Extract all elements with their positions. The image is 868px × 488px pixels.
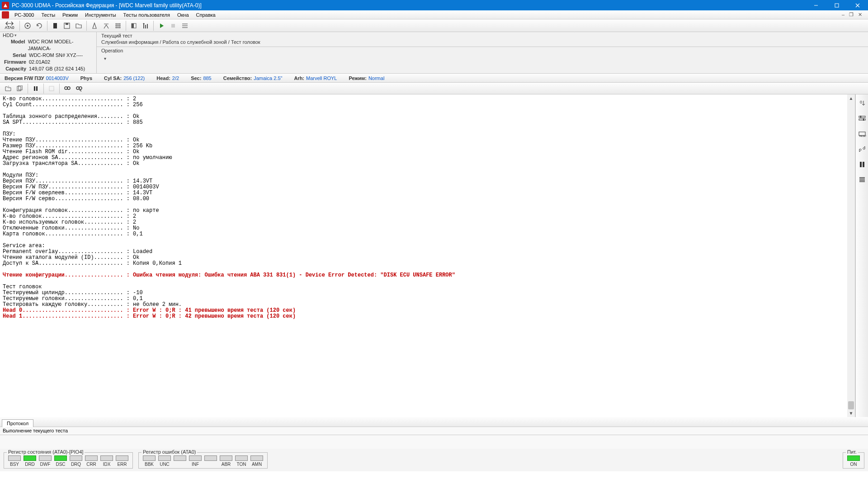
side-reset-icon[interactable]: 0 <box>857 98 867 108</box>
scrollbar[interactable]: ▲ ▼ <box>847 94 855 417</box>
close-button[interactable] <box>847 0 868 10</box>
power-register-group: Пит. ON <box>843 452 864 469</box>
mode-value: Normal <box>368 75 384 81</box>
register-AMN: AMN <box>249 455 264 467</box>
ata-label: ATA0 <box>5 26 14 30</box>
led-icon <box>204 455 217 461</box>
register-label: ERR <box>114 462 130 467</box>
register-label: BSY <box>7 462 22 467</box>
scroll-thumb[interactable] <box>848 401 854 409</box>
arh-value: Marvell ROYL <box>306 75 337 81</box>
title-bar: PC-3000 UDMA - Российская Федерация - [W… <box>0 0 868 10</box>
svg-rect-31 <box>863 162 864 167</box>
led-icon <box>847 455 860 461</box>
led-icon <box>100 455 113 461</box>
register-label: INF <box>188 462 203 467</box>
search-button[interactable] <box>62 83 73 94</box>
tool-a-button[interactable] <box>89 20 100 31</box>
register-DWF: DWF <box>38 455 53 467</box>
app-icon-small <box>2 11 9 19</box>
mdi-minimize-icon[interactable]: – <box>840 12 846 18</box>
tool-b-button[interactable] <box>101 20 112 31</box>
mdi-restore-icon[interactable]: ❐ <box>848 12 855 18</box>
model-label: Model <box>3 38 28 52</box>
capacity-value: 149,07 GB (312 624 145) <box>29 66 85 72</box>
firmware-value: 02.01A02 <box>29 59 50 66</box>
led-icon <box>189 455 202 461</box>
search-next-button[interactable] <box>74 83 85 94</box>
mdi-close-icon[interactable]: ✕ <box>857 12 863 18</box>
svg-rect-30 <box>860 162 862 167</box>
log-clear-button <box>46 83 57 94</box>
side-list-icon[interactable] <box>857 175 867 185</box>
log-line: Карта головок........................ : … <box>3 231 852 237</box>
side-resize-icon[interactable] <box>857 144 867 154</box>
led-icon <box>8 455 21 461</box>
svg-point-21 <box>76 87 79 89</box>
open-button[interactable] <box>73 20 84 31</box>
phys-label: Phys <box>80 75 92 81</box>
tab-row: Протокол <box>0 417 868 427</box>
register-DRQ: DRQ <box>68 455 84 467</box>
led-icon <box>174 455 186 461</box>
power-on-button[interactable] <box>22 20 33 31</box>
log-copy-button[interactable] <box>14 83 25 94</box>
side-pause-icon[interactable] <box>857 160 867 169</box>
register-label: DWF <box>38 462 53 467</box>
menu-pc3000[interactable]: PC-3000 <box>11 11 38 19</box>
register-DRD: DRD <box>22 455 38 467</box>
menu-usertests[interactable]: Тесты пользователя <box>120 11 174 19</box>
svg-rect-16 <box>36 86 38 91</box>
led-icon <box>24 455 36 461</box>
log-line <box>3 278 852 284</box>
tab-protocol[interactable]: Протокол <box>2 419 33 427</box>
fwver-label: Версия F/W ПЗУ <box>5 75 44 81</box>
main-area: К-во головок......................... : … <box>0 94 868 417</box>
register-label: IDX <box>99 462 114 467</box>
register-label: AMN <box>249 462 264 467</box>
log-text: К-во головок......................... : … <box>0 94 855 321</box>
menu-help[interactable]: Справка <box>193 11 219 19</box>
led-icon <box>85 455 98 461</box>
log-open-button[interactable] <box>3 83 14 94</box>
maximize-button[interactable] <box>826 0 847 10</box>
status-bar: Регистр состояния (ATA0)-[PIO4] BSYDRDDW… <box>0 449 868 471</box>
menu-windows[interactable]: Окна <box>174 11 193 19</box>
family-value: Jamaica 2.5" <box>254 75 282 81</box>
side-adjust-icon[interactable] <box>857 113 867 123</box>
tool-d-button[interactable] <box>140 20 151 31</box>
svg-rect-1 <box>835 4 839 7</box>
power-cycle-button[interactable] <box>34 20 45 31</box>
list-button[interactable] <box>179 20 190 31</box>
register-ABR: ABR <box>218 455 234 467</box>
menu-tests[interactable]: Тесты <box>38 11 59 19</box>
led-icon <box>116 455 128 461</box>
play-button[interactable] <box>156 20 167 31</box>
operation-dropdown[interactable]: ▾ <box>101 55 109 62</box>
window-title: PC-3000 UDMA - Российская Федерация - [W… <box>12 2 806 9</box>
svg-rect-8 <box>66 23 68 25</box>
log-pause-button[interactable] <box>30 83 41 94</box>
minimize-button[interactable] <box>806 0 826 10</box>
register-label: CRR <box>84 462 99 467</box>
new-task-button[interactable] <box>50 20 61 31</box>
menu-mode[interactable]: Режим <box>59 11 81 19</box>
menu-tools[interactable]: Инструменты <box>81 11 120 19</box>
scroll-up-icon[interactable]: ▲ <box>847 94 855 102</box>
ata-port-button[interactable]: ATA0 <box>2 20 17 31</box>
register-ERR: ERR <box>114 455 130 467</box>
hdd-header[interactable]: HDD <box>0 32 96 38</box>
cylsa-value: 256 (122) <box>123 75 145 81</box>
scroll-down-icon[interactable]: ▼ <box>847 409 855 417</box>
log-pane[interactable]: К-во головок......................... : … <box>0 94 855 417</box>
status-register-group: Регистр состояния (ATA0)-[PIO4] BSYDRDDW… <box>4 452 133 469</box>
log-line <box>3 237 852 243</box>
save-button[interactable] <box>61 20 72 31</box>
firmware-label: Firmware <box>3 59 29 66</box>
register-blank <box>172 455 188 467</box>
grid-button[interactable] <box>113 20 123 31</box>
tool-c-button[interactable] <box>128 20 139 31</box>
side-kb-reset-icon[interactable]: RESET <box>857 129 867 139</box>
register-TON: TON <box>234 455 249 467</box>
error-register-title: Регистр ошибок (ATA0) <box>142 449 197 455</box>
